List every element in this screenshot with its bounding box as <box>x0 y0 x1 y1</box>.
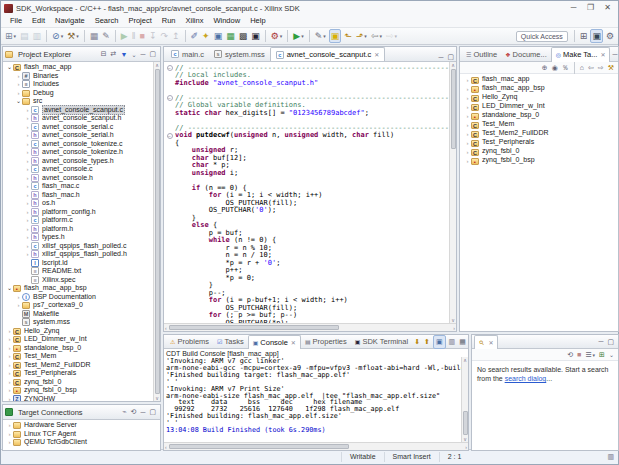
run-dropdown-icon[interactable]: ▾ <box>301 33 304 39</box>
code-editor[interactable]: −// ------------------------------------… <box>164 62 456 323</box>
scroll-right-icon[interactable]: › <box>453 325 455 331</box>
expand-arrow-icon[interactable]: › <box>464 76 471 84</box>
editor-tab-avnet-console-scanput-c[interactable]: c avnet_console_scanput.c ✕ <box>270 47 386 61</box>
scroll-left-icon[interactable]: ‹ <box>165 325 167 331</box>
progress-view-icon[interactable]: ▥ <box>603 453 618 461</box>
hide-empty-folders-icon[interactable]: ％ <box>560 63 571 73</box>
minimize-view-icon[interactable]: ─ <box>596 338 605 345</box>
tree-item[interactable]: ›cflash_mac.c <box>3 182 160 191</box>
scrollbar-thumb[interactable] <box>463 411 468 435</box>
expand-arrow-icon[interactable]: › <box>24 157 31 165</box>
expand-arrow-icon[interactable]: › <box>24 225 31 233</box>
run-icon[interactable]: ▶▾ <box>292 29 304 43</box>
menu-project[interactable]: Project <box>123 15 156 27</box>
menu-search[interactable]: Search <box>90 15 124 27</box>
tree-item[interactable]: ›hplatform.h <box>3 225 160 234</box>
menu-file[interactable]: File <box>5 15 27 27</box>
tab-tasks[interactable]: ☑ Tasks <box>213 335 248 349</box>
step-return-icon[interactable]: ↥ <box>171 29 181 43</box>
menu-navigate[interactable]: Navigate <box>50 15 90 27</box>
scroll-right-icon[interactable]: › <box>465 444 467 450</box>
expand-arrow-icon[interactable]: › <box>464 157 471 165</box>
expand-arrow-icon[interactable]: › <box>24 208 31 216</box>
menu-xilinx[interactable]: Xilinx <box>181 15 209 27</box>
tab-outline[interactable]: ☰ Outline <box>462 47 501 62</box>
collapse-fold-icon[interactable]: − <box>167 65 173 71</box>
fold-marker[interactable]: − <box>164 131 175 140</box>
close-tab-icon[interactable]: ✕ <box>600 51 605 58</box>
expand-arrow-icon[interactable]: › <box>6 378 13 386</box>
expand-arrow-icon[interactable]: › <box>464 139 471 147</box>
tree-item[interactable]: ›hflash_mac.h <box>3 191 160 200</box>
home-icon[interactable]: ⌂ <box>578 64 586 71</box>
expand-arrow-icon[interactable]: › <box>6 335 13 343</box>
tree-item[interactable]: ›cplatform.c <box>3 216 160 225</box>
tree-item[interactable]: llscript.ld <box>3 259 160 268</box>
expand-arrow-icon[interactable]: › <box>464 112 471 120</box>
editor-vertical-scrollbar[interactable]: ∧ ∨ <box>449 62 456 323</box>
back-icon[interactable]: ⇦ <box>586 64 596 72</box>
minimize-editor-icon[interactable]: ─ <box>436 54 445 61</box>
minimize-view-icon[interactable]: ─ <box>138 51 147 58</box>
expand-arrow-icon[interactable]: › <box>24 165 31 173</box>
expand-arrow-icon[interactable]: › <box>464 94 471 102</box>
expand-arrow-icon[interactable]: › <box>6 395 13 401</box>
expand-search-icon[interactable]: ⊞ <box>597 351 607 359</box>
tree-item[interactable]: ›cxilisf_qspips_flash_polled.c <box>3 242 160 251</box>
expand-arrow-icon[interactable]: › <box>15 80 22 88</box>
external-tools-icon[interactable]: ✎▾ <box>314 29 327 43</box>
minimize-view-icon[interactable]: ─ <box>610 51 619 58</box>
edit-make-target-icon[interactable]: ◉ <box>550 64 560 72</box>
tree-item[interactable]: ›cavnet_console_serial.c <box>3 123 160 132</box>
expand-arrow-icon[interactable]: › <box>6 361 13 369</box>
tree-item[interactable]: ›#Binaries <box>3 72 160 81</box>
expand-arrow-icon[interactable]: › <box>15 293 22 301</box>
expand-arrow-icon[interactable]: › <box>24 106 31 114</box>
editor-horizontal-scrollbar[interactable]: ‹ › <box>164 323 456 331</box>
expand-arrow-icon[interactable]: › <box>464 130 471 138</box>
expand-arrow-icon[interactable]: › <box>24 131 31 139</box>
tree-item[interactable]: ›CTest_Peripherals <box>3 369 160 378</box>
tree-item[interactable]: ›hplatform_config.h <box>3 208 160 217</box>
suspend-icon[interactable]: ‖ <box>131 29 137 43</box>
last-edit-location-icon[interactable]: ⬑ <box>343 29 353 43</box>
pin-console-icon[interactable]: ▦ <box>457 338 468 346</box>
program-fpga-icon[interactable]: ▦ <box>225 29 236 43</box>
make-target-item[interactable]: ›CLED_Dimmer_w_Int <box>460 102 618 111</box>
menu-run[interactable]: Run <box>157 15 181 27</box>
expand-arrow-icon[interactable]: › <box>6 430 13 438</box>
refresh-target-icon[interactable]: ⟲ <box>129 408 139 416</box>
build-dropdown-icon[interactable]: ▾ <box>76 33 79 39</box>
open-type-icon[interactable]: ✦ <box>201 29 211 43</box>
new-wizard-icon[interactable]: ⊞▾ <box>4 29 17 43</box>
link-with-editor-icon[interactable]: ⇄ <box>109 50 119 58</box>
expand-arrow-icon[interactable]: › <box>24 123 31 131</box>
maximize-editor-icon[interactable]: ▢ <box>445 53 456 61</box>
maximize-window-button[interactable]: ❐ <box>582 2 599 14</box>
console-vertical-scrollbar[interactable]: ∧ ∨ <box>461 357 468 442</box>
expand-arrow-icon[interactable]: › <box>24 242 31 250</box>
tree-item[interactable]: ›cavnet_console_tokenize.c <box>3 140 160 149</box>
expand-arrow-icon[interactable]: › <box>464 103 471 111</box>
filter-icon[interactable]: ▼ <box>118 51 129 58</box>
quick-access-button[interactable]: Quick Access <box>516 31 568 42</box>
close-tab-icon[interactable]: ✕ <box>374 51 379 58</box>
tree-item[interactable]: ›CLED_Dimmer_w_Int <box>3 335 160 344</box>
expand-arrow-icon[interactable]: › <box>24 191 31 199</box>
expand-arrow-icon[interactable]: › <box>24 114 31 122</box>
new-launch-config-icon[interactable]: ▦ <box>89 29 100 43</box>
tab-make-targets[interactable]: ◎ Make Ta... ✕ <box>551 47 611 62</box>
fold-marker[interactable]: − <box>164 63 175 72</box>
tree-item[interactable]: ›hos.h <box>3 199 160 208</box>
maximize-view-icon[interactable]: ▢ <box>605 338 616 346</box>
tree-item[interactable]: ≡README.txt <box>3 267 160 276</box>
new-make-target-icon[interactable]: ⊕ <box>540 64 550 72</box>
tree-item[interactable]: ssystem.mss <box>3 318 160 327</box>
tree-item[interactable]: ›CHello_Zynq <box>3 327 160 336</box>
make-target-item[interactable]: ›CTest_Peripherals <box>460 138 618 147</box>
target-connection-item[interactable]: ›Linux TCF Agent <box>3 430 160 439</box>
expand-arrow-icon[interactable]: › <box>6 421 13 429</box>
make-target-item[interactable]: ›Cflash_mac_app <box>460 75 618 84</box>
forward-history-dropdown-icon[interactable]: ▾ <box>394 33 397 39</box>
expand-arrow-icon[interactable]: › <box>6 327 13 335</box>
